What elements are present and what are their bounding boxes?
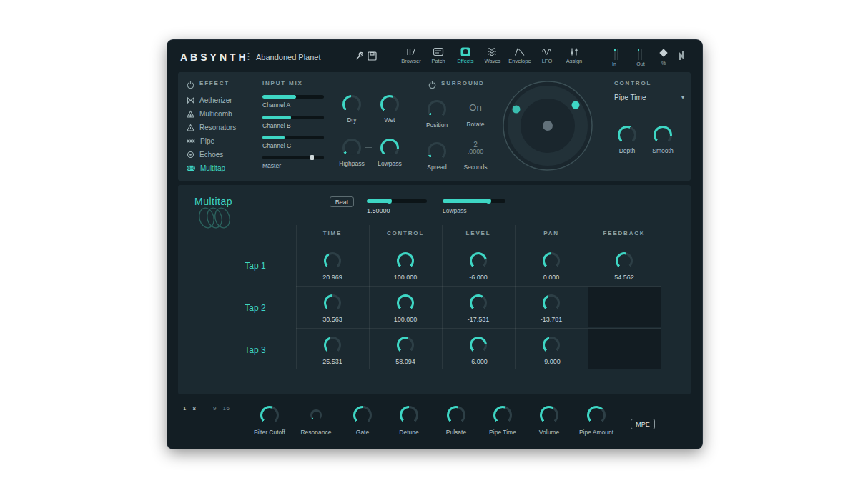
- surround-power-icon[interactable]: [428, 79, 436, 91]
- macro-knob-pulsate[interactable]: [447, 406, 465, 424]
- macro-knob-volume[interactable]: [540, 406, 558, 424]
- macro-page-1[interactable]: 1 - 8: [183, 405, 197, 412]
- surround-pad[interactable]: [500, 78, 596, 176]
- out-meter-2: [641, 49, 642, 60]
- tap3-time-knob[interactable]: [324, 337, 341, 354]
- save-icon[interactable]: [368, 51, 377, 64]
- tab-label: LFO: [533, 58, 561, 64]
- echoes-icon: [187, 151, 194, 159]
- tap2-control-knob[interactable]: [397, 294, 414, 312]
- surround-title: SURROUND: [441, 80, 485, 86]
- channel-b-label: Channel B: [262, 122, 291, 129]
- control-title: CONTROL: [614, 80, 651, 86]
- lowpass-label: Lowpass: [368, 160, 411, 167]
- multitap-lowpass-slider[interactable]: [443, 199, 505, 203]
- time-slider[interactable]: [367, 199, 427, 203]
- macro-knob-filter-cutoff[interactable]: [260, 406, 279, 424]
- lowpass-knob[interactable]: [380, 139, 399, 157]
- master-slider[interactable]: [262, 156, 324, 159]
- tap2-time-knob[interactable]: [324, 294, 341, 312]
- tab-envelope[interactable]: Envelope: [506, 47, 533, 64]
- waves-icon: [487, 47, 498, 56]
- effect-item-multitap[interactable]: Multitap: [187, 162, 225, 174]
- tap2-name: Tap 2: [225, 303, 285, 313]
- macro-knob-pipe-amount[interactable]: [587, 406, 606, 424]
- tab-effects[interactable]: Effects: [452, 47, 479, 64]
- tab-lfo[interactable]: LFO: [533, 47, 561, 64]
- smooth-knob[interactable]: [654, 126, 672, 144]
- channel-b-slider[interactable]: [262, 116, 324, 119]
- tab-label: Assign: [561, 58, 588, 64]
- tap3-level-value: -6.000: [448, 358, 508, 365]
- effect-item-aetherizer[interactable]: Aetherizer: [187, 94, 232, 106]
- tap3-level-knob[interactable]: [470, 337, 487, 354]
- rotate-value[interactable]: On: [461, 102, 490, 113]
- multitap-panel: Multitap Beat 1.50000 Lowpass TIME CONTR…: [178, 185, 691, 394]
- macro-knob-pipe-time[interactable]: [493, 406, 512, 424]
- tab-patch[interactable]: Patch: [425, 47, 452, 64]
- percent-label: %: [658, 61, 669, 66]
- tap1-control-knob[interactable]: [397, 252, 414, 269]
- effect-item-echoes[interactable]: Echoes: [187, 149, 223, 160]
- tap1-pan-knob[interactable]: [543, 252, 560, 269]
- patch-icon: [433, 47, 444, 56]
- tap3-control-value: 58.094: [375, 358, 435, 365]
- tab-waves[interactable]: Waves: [479, 47, 506, 64]
- effect-item-resonators[interactable]: Resonators: [187, 121, 236, 133]
- pad-center-dot: [543, 121, 553, 131]
- tap1-level-knob[interactable]: [470, 252, 487, 269]
- effect-item-pipe[interactable]: Pipe: [187, 135, 214, 146]
- input-mix-title: INPUT MIX: [262, 80, 303, 86]
- wrench-icon[interactable]: [355, 51, 364, 64]
- effect-item-multicomb[interactable]: Multicomb: [187, 108, 232, 119]
- col-feedback: FEEDBACK: [594, 230, 654, 236]
- in-meter-peak: [614, 49, 616, 51]
- tap3-control-knob[interactable]: [397, 337, 414, 354]
- tap2-pan-knob[interactable]: [543, 294, 560, 312]
- dry-knob[interactable]: [342, 95, 361, 114]
- mpe-button[interactable]: MPE: [631, 419, 655, 429]
- master-label: Master: [262, 162, 281, 169]
- position-knob[interactable]: [428, 100, 446, 119]
- control-source-dropdown[interactable]: Pipe Time ▾: [614, 94, 684, 101]
- highpass-knob[interactable]: [342, 139, 361, 157]
- macro-page-2[interactable]: 9 - 16: [213, 405, 230, 412]
- macro-knob-gate[interactable]: [353, 406, 372, 424]
- tap1-time-knob[interactable]: [324, 252, 341, 269]
- tap1-level-value: -6.000: [448, 274, 508, 281]
- rotate-time-unit: Seconds: [461, 164, 490, 171]
- effect-item-label: Echoes: [199, 151, 223, 159]
- tap3-time-value: 25.531: [302, 358, 363, 365]
- out-meter-peak: [638, 49, 639, 51]
- menu-dots-icon[interactable]: ⋮: [244, 51, 253, 61]
- tab-assign[interactable]: Assign: [561, 47, 588, 64]
- effect-item-label: Resonators: [199, 124, 236, 131]
- wet-knob[interactable]: [380, 95, 399, 114]
- channel-a-slider[interactable]: [262, 95, 324, 99]
- channel-c-slider[interactable]: [262, 136, 324, 139]
- effect-item-label: Pipe: [200, 137, 214, 145]
- multitap-icon: [187, 164, 195, 172]
- macro-knob-resonance[interactable]: [310, 409, 322, 421]
- spread-knob[interactable]: [428, 142, 446, 161]
- velocity-diamond-icon[interactable]: [659, 49, 667, 56]
- tab-browser[interactable]: Browser: [398, 47, 425, 64]
- tap1-feedback-knob[interactable]: [616, 252, 633, 269]
- browser-icon: [405, 47, 417, 56]
- tap1-name: Tap 1: [225, 261, 285, 271]
- dry-wet-link: [365, 104, 372, 104]
- tap1-pan-value: 0.000: [521, 274, 581, 281]
- beat-button[interactable]: Beat: [330, 196, 354, 207]
- grid-line: [369, 225, 370, 369]
- patch-name[interactable]: Abandoned Planet: [256, 53, 321, 61]
- effect-power-icon[interactable]: [187, 79, 194, 91]
- header-bar: ABSYNTH ⋮ Abandoned Planet Browser Patch…: [167, 40, 702, 72]
- lfo-icon: [541, 47, 553, 56]
- resonators-icon: [187, 124, 194, 131]
- grid-line: [515, 225, 516, 369]
- rotate-time-frac[interactable]: .0000: [461, 148, 490, 155]
- depth-knob[interactable]: [618, 126, 636, 144]
- macro-knob-detune[interactable]: [400, 406, 418, 424]
- tap3-pan-knob[interactable]: [543, 337, 560, 354]
- tap2-level-knob[interactable]: [470, 294, 487, 312]
